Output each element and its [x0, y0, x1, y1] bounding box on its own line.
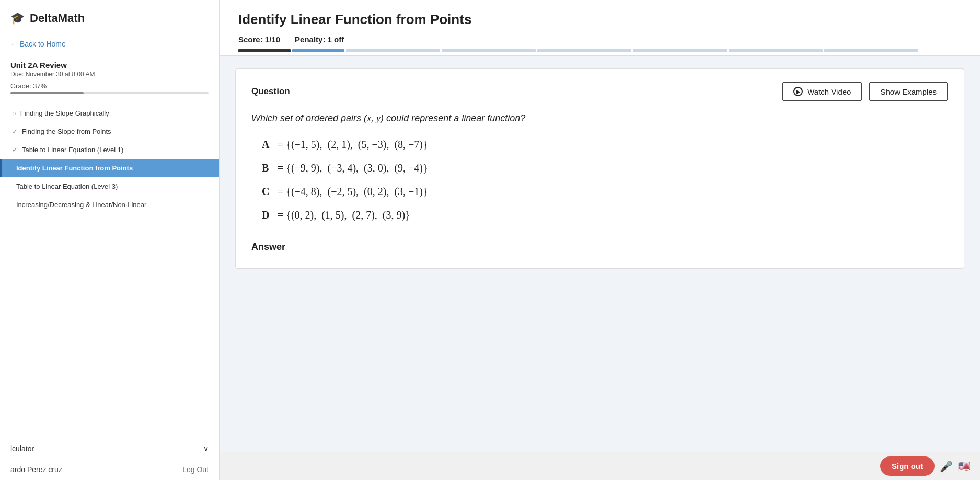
top-buttons: ▶ Watch Video Show Examples — [782, 82, 948, 101]
grade-label: Grade: 37% — [10, 82, 209, 90]
bottom-bar: Sign out 🎤 🇺🇸 — [220, 452, 980, 480]
sidebar-item-label-4: Table to Linear Equation (Level 3) — [16, 182, 118, 190]
penalty-label: Penalty: 1 off — [295, 35, 344, 44]
progress-seg-2 — [346, 49, 440, 52]
sidebar-item-label-5: Increasing/Decreasing & Linear/Non-Linea… — [16, 201, 146, 209]
user-name: ardo Perez cruz — [10, 465, 62, 474]
logo-icon: 🎓 — [10, 12, 25, 25]
choice-c-math: = {(−4, 8), (−2, 5), (0, 2), (3, −1)} — [278, 186, 428, 198]
question-label: Question — [251, 86, 290, 97]
sidebar-item-identify-linear[interactable]: Identify Linear Function from Points — [0, 159, 219, 177]
choice-a[interactable]: A = {(−1, 5), (2, 1), (5, −3), (8, −7)} — [262, 139, 938, 151]
logout-link[interactable]: Log Out — [182, 465, 209, 474]
chevron-down-icon: ∨ — [203, 444, 209, 453]
score-label: Score: 1/10 — [238, 35, 280, 44]
mic-icon: 🎤 — [940, 460, 953, 473]
progress-seg-4 — [537, 49, 631, 52]
watch-video-button[interactable]: ▶ Watch Video — [782, 82, 862, 101]
progress-seg-3 — [442, 49, 536, 52]
flag-icon: 🇺🇸 — [958, 461, 970, 472]
choice-b[interactable]: B = {(−9, 9), (−3, 4), (3, 0), (9, −4)} — [262, 162, 938, 174]
sidebar-nav: ○ Finding the Slope Graphically ✓ Findin… — [0, 104, 219, 214]
assignment-info: Unit 2A Review Due: November 30 at 8:00 … — [0, 55, 219, 104]
progress-seg-0 — [238, 49, 291, 52]
calculator-item[interactable]: lculator ∨ — [0, 438, 219, 459]
progress-seg-7 — [824, 49, 918, 52]
grade-bar-fill — [10, 92, 84, 94]
page-title: Identify Linear Function from Points — [238, 12, 961, 28]
choice-c[interactable]: C = {(−4, 8), (−2, 5), (0, 2), (3, −1)} — [262, 186, 938, 198]
watch-video-label: Watch Video — [807, 87, 851, 96]
main-content: Identify Linear Function from Points Sco… — [220, 0, 980, 480]
progress-seg-5 — [633, 49, 727, 52]
nav-icon-2: ✓ — [12, 146, 18, 154]
sidebar-item-label-0: Finding the Slope Graphically — [20, 109, 109, 117]
nav-icon-1: ✓ — [12, 128, 18, 135]
answer-choices: A = {(−1, 5), (2, 1), (5, −3), (8, −7)} … — [251, 139, 948, 221]
sidebar-item-increasing-decreasing[interactable]: Increasing/Decreasing & Linear/Non-Linea… — [0, 196, 219, 214]
sidebar-item-table-linear-level1[interactable]: ✓ Table to Linear Equation (Level 1) — [0, 141, 219, 159]
sidebar-item-label-3: Identify Linear Function from Points — [16, 164, 133, 172]
assignment-title: Unit 2A Review — [10, 61, 209, 70]
sidebar-item-label-1: Finding the Slope from Points — [22, 128, 111, 135]
sidebar-item-table-linear-level3[interactable]: Table to Linear Equation (Level 3) — [0, 177, 219, 196]
choice-d[interactable]: D = {(0, 2), (1, 5), (2, 7), (3, 9)} — [262, 209, 938, 221]
main-header: Identify Linear Function from Points Sco… — [220, 0, 980, 56]
logo-text: DeltaMath — [30, 12, 85, 25]
answer-section: Answer — [251, 236, 948, 253]
progress-bar — [238, 49, 961, 55]
choice-d-math: = {(0, 2), (1, 5), (2, 7), (3, 9)} — [278, 209, 410, 221]
show-examples-button[interactable]: Show Examples — [869, 82, 948, 101]
logo-area: 🎓 DeltaMath — [0, 0, 219, 35]
question-card: Question ▶ Watch Video Show Examples Whi… — [235, 68, 964, 269]
back-to-home-link[interactable]: ← Back to Home — [0, 35, 219, 55]
sidebar: 🎓 DeltaMath ← Back to Home Unit 2A Revie… — [0, 0, 220, 480]
calculator-label: lculator — [10, 444, 34, 453]
choice-a-label: A — [262, 139, 272, 151]
sidebar-item-label-2: Table to Linear Equation (Level 1) — [22, 146, 123, 154]
progress-seg-1 — [292, 49, 344, 52]
choice-d-label: D — [262, 209, 272, 221]
score-row: Score: 1/10 Penalty: 1 off — [238, 35, 961, 44]
nav-icon-0: ○ — [12, 109, 16, 117]
play-circle-icon: ▶ — [793, 87, 803, 96]
show-examples-label: Show Examples — [880, 87, 937, 96]
sign-out-button[interactable]: Sign out — [880, 456, 935, 476]
progress-seg-6 — [729, 49, 823, 52]
choice-c-label: C — [262, 186, 272, 198]
answer-label: Answer — [251, 242, 285, 252]
question-top-row: Question ▶ Watch Video Show Examples — [251, 82, 948, 101]
choice-b-math: = {(−9, 9), (−3, 4), (3, 0), (9, −4)} — [278, 162, 428, 174]
question-text: Which set of ordered pairs (x, y) could … — [251, 113, 948, 124]
choice-a-math: = {(−1, 5), (2, 1), (5, −3), (8, −7)} — [278, 139, 428, 151]
user-row: ardo Perez cruz Log Out — [0, 459, 219, 480]
assignment-due: Due: November 30 at 8:00 AM — [10, 71, 209, 78]
grade-bar — [10, 92, 209, 94]
sidebar-item-finding-slope-points[interactable]: ✓ Finding the Slope from Points — [0, 122, 219, 141]
choice-b-label: B — [262, 162, 272, 174]
sidebar-item-finding-slope-graphically[interactable]: ○ Finding the Slope Graphically — [0, 104, 219, 122]
